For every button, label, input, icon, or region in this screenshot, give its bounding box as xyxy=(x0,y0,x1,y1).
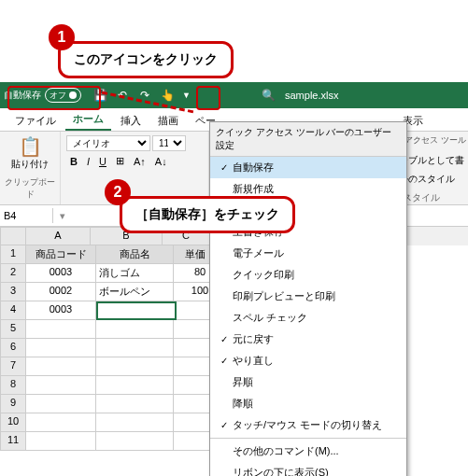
quick-access-toolbar: 💾 ↶ ↷ 👆 ▼ xyxy=(92,88,193,103)
touch-mode-icon[interactable]: 👆 xyxy=(160,88,175,103)
name-box-dropdown-icon[interactable]: ▾ xyxy=(53,210,72,222)
autosave-label: 自動保存 xyxy=(4,89,41,102)
tab-draw[interactable]: 描画 xyxy=(150,111,186,131)
check-icon: ✓ xyxy=(216,162,233,173)
row-header[interactable]: 4 xyxy=(0,301,26,320)
menu-item-label: やり直し xyxy=(233,354,274,368)
menu-show-below-ribbon[interactable]: リボンの下に表示(S) xyxy=(210,462,406,476)
tab-file[interactable]: ファイル xyxy=(7,111,64,131)
qat-customize-menu: クイック アクセス ツール バーのユーザー設定 ✓自動保存新規作成開く上書き保存… xyxy=(209,121,407,476)
menu-item-label: 印刷プレビューと印刷 xyxy=(233,289,335,303)
cell[interactable]: 商品コード xyxy=(26,245,96,264)
cell[interactable] xyxy=(26,395,96,413)
cell[interactable] xyxy=(96,395,174,413)
cell[interactable] xyxy=(96,301,177,320)
annotation-callout-1: このアイコンをクリック xyxy=(58,41,234,78)
toggle-off[interactable]: オフ xyxy=(45,88,81,103)
menu-item[interactable]: ✓元に戻す xyxy=(210,329,406,350)
underline-button[interactable]: U xyxy=(95,154,110,169)
cell[interactable] xyxy=(26,320,96,339)
annotation-badge-1: 1 xyxy=(49,24,75,50)
tab-home[interactable]: ホーム xyxy=(65,109,111,131)
clipboard-group-label: クリップボード xyxy=(4,175,56,203)
save-icon[interactable]: 💾 xyxy=(92,88,107,103)
font-size-select[interactable]: 11 xyxy=(152,135,186,151)
row-header[interactable]: 9 xyxy=(0,395,26,413)
menu-item-label: 電子メール xyxy=(233,246,284,260)
menu-item-label: 自動保存 xyxy=(233,161,274,175)
row-header[interactable]: 7 xyxy=(0,357,26,376)
menu-item[interactable]: ✓タッチ/マウス モードの切り替え xyxy=(210,414,406,436)
clipboard-icon: 📋 xyxy=(6,135,54,158)
cell[interactable] xyxy=(96,339,174,357)
font-decrease-button[interactable]: A↓ xyxy=(151,154,171,169)
menu-item[interactable]: 昇順 xyxy=(210,371,406,393)
name-box[interactable]: B4 xyxy=(0,208,53,223)
cell[interactable]: 0003 xyxy=(26,301,96,320)
menu-item-label: スペル チェック xyxy=(233,311,307,325)
paste-button[interactable]: 📋 貼り付け xyxy=(4,133,56,173)
select-all-corner[interactable] xyxy=(0,227,26,245)
annotation-badge-2: 2 xyxy=(105,179,131,205)
titlebar: 自動保存 オフ 💾 ↶ ↷ 👆 ▼ 🔍 sample.xlsx xyxy=(0,82,468,108)
col-header-a[interactable]: A xyxy=(26,227,91,245)
cell[interactable] xyxy=(26,376,96,395)
cell[interactable] xyxy=(96,432,174,451)
menu-item-label: 元に戻す xyxy=(233,332,274,346)
menu-item-label: 新規作成 xyxy=(233,182,274,196)
filename: sample.xlsx xyxy=(285,90,338,101)
font-name-select[interactable]: メイリオ xyxy=(66,135,150,151)
bold-button[interactable]: B xyxy=(66,154,81,169)
autosave-toggle[interactable]: 自動保存 オフ xyxy=(4,88,81,103)
cell[interactable]: 消しゴム xyxy=(96,264,174,283)
menu-item[interactable]: ✓自動保存 xyxy=(210,157,406,178)
cell[interactable] xyxy=(96,413,174,432)
check-icon: ✓ xyxy=(216,356,233,366)
cell[interactable] xyxy=(26,339,96,357)
qat-customize-dropdown[interactable]: ▼ xyxy=(182,91,193,100)
menu-item[interactable]: 電子メール xyxy=(210,243,406,264)
menu-other-commands[interactable]: その他のコマンド(M)... xyxy=(210,441,406,462)
row-header[interactable]: 2 xyxy=(0,264,26,283)
cell[interactable] xyxy=(96,320,174,339)
cell[interactable] xyxy=(26,413,96,432)
font-increase-button[interactable]: A↑ xyxy=(130,154,149,169)
row-header[interactable]: 10 xyxy=(0,413,26,432)
menu-item-label: タッチ/マウス モードの切り替え xyxy=(233,418,382,432)
italic-button[interactable]: I xyxy=(83,154,93,169)
check-icon: ✓ xyxy=(216,420,233,430)
menu-title: クイック アクセス ツール バーのユーザー設定 xyxy=(210,122,406,157)
undo-icon[interactable]: ↶ xyxy=(115,88,130,103)
menu-item-label: 昇順 xyxy=(233,375,253,389)
cell[interactable] xyxy=(26,357,96,376)
cell[interactable] xyxy=(96,376,174,395)
check-icon: ✓ xyxy=(216,334,233,344)
cell[interactable]: 商品名 xyxy=(96,245,174,264)
cell[interactable]: 0003 xyxy=(26,264,96,283)
menu-item-label: 降順 xyxy=(233,397,253,411)
cell[interactable]: 0002 xyxy=(26,283,96,301)
annotation-callout-2: ［自動保存］をチェック xyxy=(120,196,295,233)
cell[interactable]: ボールペン xyxy=(96,283,174,301)
tab-insert[interactable]: 挿入 xyxy=(113,111,149,131)
menu-item[interactable]: 印刷プレビューと印刷 xyxy=(210,286,406,307)
cell[interactable] xyxy=(26,432,96,451)
row-header[interactable]: 6 xyxy=(0,339,26,357)
cell[interactable] xyxy=(96,357,174,376)
row-header[interactable]: 11 xyxy=(0,432,26,451)
search-icon[interactable]: 🔍 xyxy=(262,89,276,102)
redo-icon[interactable]: ↷ xyxy=(137,88,152,103)
row-header[interactable]: 3 xyxy=(0,283,26,301)
menu-item[interactable]: クイック印刷 xyxy=(210,264,406,286)
menu-item-label: クイック印刷 xyxy=(233,268,294,282)
border-button[interactable]: ⊞ xyxy=(112,153,128,169)
menu-item[interactable]: スペル チェック xyxy=(210,307,406,329)
menu-item[interactable]: ✓やり直し xyxy=(210,350,406,371)
row-header[interactable]: 5 xyxy=(0,320,26,339)
row-header[interactable]: 1 xyxy=(0,245,26,264)
menu-item[interactable]: 降順 xyxy=(210,393,406,414)
row-header[interactable]: 8 xyxy=(0,376,26,395)
